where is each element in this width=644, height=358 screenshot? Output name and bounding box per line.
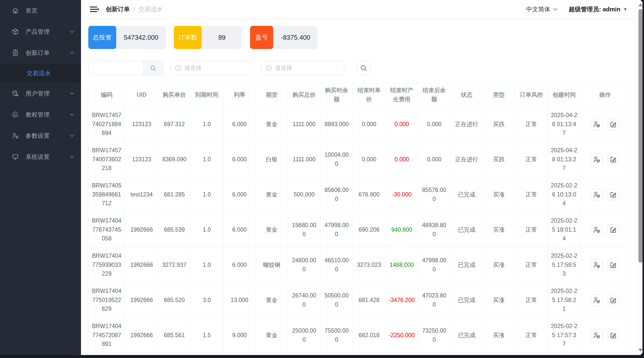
sidebar-item-products[interactable]: 产品管理: [0, 21, 81, 42]
edit-order-button[interactable]: [608, 189, 619, 200]
edit-order-button[interactable]: [608, 330, 619, 341]
user-detail-button[interactable]: [591, 224, 602, 236]
cell-end-price: 0.000: [353, 142, 386, 177]
main-area: 创新订单 / 交易流水 中文简体 超级管理员: admin ▼ 总投资: [81, 0, 642, 355]
edit-order-button[interactable]: [608, 119, 619, 130]
user-detail-button[interactable]: [591, 119, 602, 130]
cell-rate: 6.000: [223, 142, 256, 177]
cell-balance-after: 0.000: [418, 142, 451, 177]
edit-icon: [610, 191, 617, 198]
cell-created-at: 2025-02-26 10:13:04: [548, 177, 581, 212]
sidebar-item-tutorials[interactable]: 教程管理: [0, 104, 81, 125]
scrollbar-down-arrow[interactable]: [638, 349, 642, 351]
admin-user-label: 超级管理员: admin: [569, 5, 620, 13]
column-header: 创建时间: [548, 83, 581, 107]
admin-user-menu[interactable]: 超级管理员: admin ▼: [569, 5, 627, 13]
sidebar-item-label: 参数设置: [26, 132, 70, 140]
user-detail-button[interactable]: [591, 259, 602, 271]
cell-total-price: 1111.000: [288, 142, 321, 177]
filter-bar: 请选择 请选择: [88, 61, 630, 75]
edit-order-button[interactable]: [608, 259, 619, 271]
cell-expire-time: 3.0: [190, 283, 223, 318]
cell-created-at: 2025-02-25 17:58:21: [548, 283, 581, 318]
search-submit-button[interactable]: [356, 61, 371, 75]
cell-type: 买涨: [483, 247, 515, 283]
cell-unit-price: 3272.937: [158, 247, 190, 283]
cell-uid: 123123: [125, 142, 158, 177]
chevron-down-icon: [70, 155, 74, 158]
cell-expire-time: 1.5: [190, 318, 223, 353]
cell-actions: [581, 318, 630, 353]
date-to-picker[interactable]: 请选择: [261, 61, 344, 75]
sidebar-item-users[interactable]: 用户管理: [0, 83, 81, 104]
scrollbar-up-arrow[interactable]: [638, 4, 642, 6]
user-detail-button[interactable]: [591, 330, 602, 341]
breadcrumb-parent[interactable]: 创新订单: [106, 5, 130, 13]
table-row: BRW17404775939033229 1992666 3272.937 1.…: [89, 247, 630, 283]
cell-end-price: 0.000: [353, 107, 386, 142]
breadcrumb-separator: /: [133, 6, 135, 13]
cell-risk: 正常: [515, 318, 548, 353]
keyword-search-group: [88, 61, 163, 75]
user-shield-icon: [593, 332, 600, 339]
stat-card-value: 547342.000: [116, 26, 166, 49]
user-detail-button[interactable]: [591, 154, 602, 165]
sidebar-item-parameters[interactable]: 参数设置: [0, 125, 81, 146]
cell-balance-before: 50500.000: [321, 283, 353, 318]
cell-expire-time: 1.0: [190, 247, 223, 283]
sidebar-item-label: 教程管理: [26, 111, 70, 119]
breadcrumb: 创新订单 / 交易流水: [106, 5, 163, 13]
cell-type: 买涨: [483, 177, 515, 212]
cell-end-fee: -2250.000: [386, 318, 418, 353]
cell-actions: [581, 212, 630, 247]
stat-card-value: -8375.400: [273, 26, 318, 49]
product-icon: [12, 28, 19, 35]
cell-end-fee: 0.000: [386, 107, 418, 142]
date-from-picker[interactable]: 请选择: [171, 61, 254, 75]
keyword-search-input[interactable]: [89, 61, 143, 75]
edit-order-button[interactable]: [608, 294, 619, 306]
user-detail-button[interactable]: [591, 189, 602, 200]
column-header: 到期时间: [190, 83, 223, 107]
cell-rate: 6.000: [223, 177, 256, 212]
user-detail-button[interactable]: [591, 294, 602, 306]
sidebar-collapse-icon[interactable]: [90, 6, 99, 13]
cell-futures: 螺纹钢: [256, 247, 288, 283]
cell-futures: 黄金: [256, 318, 288, 353]
cell-balance-before: 47998.000: [321, 212, 353, 247]
orders-icon: [12, 49, 19, 57]
column-header: 期货: [256, 83, 288, 107]
stat-card-order-count: 订单数 89: [174, 26, 242, 49]
table-row: BRW17405359849661712 test1234 681.285 1.…: [89, 177, 630, 212]
column-header: 订单风控: [515, 83, 548, 107]
content: 总投资 547342.000 订单数 89 盈亏 -8375.400: [81, 18, 642, 355]
edit-order-button[interactable]: [608, 154, 619, 165]
cell-uid: 1992666: [125, 247, 158, 283]
cell-risk: 正常: [515, 212, 548, 247]
edit-icon: [610, 296, 617, 304]
language-selector[interactable]: 中文简体: [526, 5, 558, 13]
sidebar-item-transactions[interactable]: 交易流水: [0, 63, 81, 83]
sidebar-item-home[interactable]: 首页: [0, 0, 81, 21]
cell-futures: 白银: [256, 142, 288, 177]
cell-created-at: 2025-02-25 18:01:14: [548, 212, 581, 247]
column-header: 操作: [581, 83, 630, 107]
chevron-up-icon: [70, 51, 74, 54]
sidebar-item-orders[interactable]: 创新订单: [0, 42, 81, 63]
cell-actions: [581, 247, 630, 283]
column-header: 类型: [483, 83, 515, 107]
edit-icon: [610, 332, 617, 339]
scrollbar-thumb[interactable]: [638, 9, 642, 263]
cell-total-price: 26740.000: [288, 283, 321, 318]
cell-end-price: 682.018: [353, 318, 386, 353]
user-shield-icon: [593, 191, 600, 198]
cell-type: 买跌: [483, 107, 515, 142]
cell-code: BRW17404776743745058: [89, 212, 125, 247]
keyword-search-button[interactable]: [143, 61, 163, 75]
edit-order-button[interactable]: [608, 224, 619, 236]
cell-end-fee: -30.000: [386, 177, 418, 212]
cell-risk: 正常: [515, 142, 548, 177]
stat-card-profit-loss: 盈亏 -8375.400: [250, 26, 318, 49]
cell-type: 买涨: [483, 283, 515, 318]
sidebar-item-system[interactable]: 系统设置: [0, 146, 81, 167]
